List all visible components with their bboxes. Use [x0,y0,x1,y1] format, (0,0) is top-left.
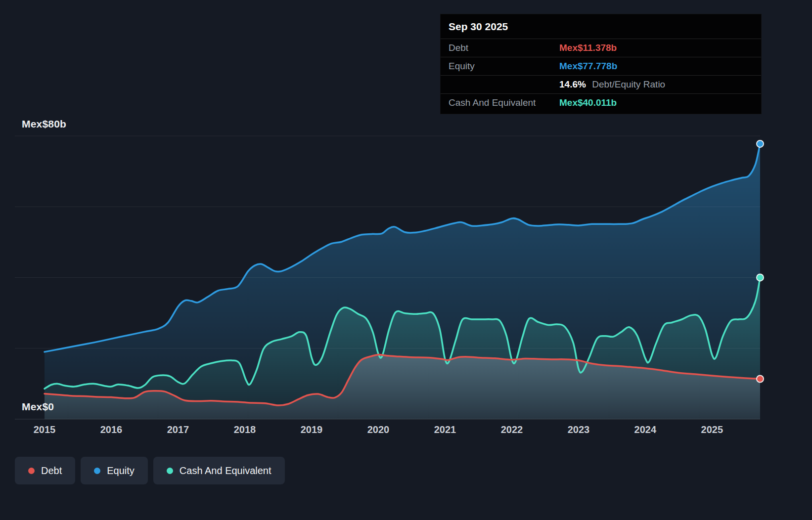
tooltip-ratio: 14.6% Debt/Equity Ratio [559,79,665,90]
x-axis-label: 2024 [634,424,657,435]
legend: Debt Equity Cash And Equivalent [15,457,285,484]
tooltip-date: Sep 30 2025 [441,14,761,39]
equity-legend-dot-icon [94,468,100,474]
tooltip-cash-value: Mex$40.011b [559,97,617,108]
tooltip: Sep 30 2025 Debt Mex$11.378b Equity Mex$… [440,14,762,114]
x-axis-label: 2021 [434,424,456,435]
legend-label-debt: Debt [41,465,62,477]
debt-equity-ratio-value: 14.6% [559,79,586,89]
tooltip-row-equity: Equity Mex$77.778b [441,57,761,76]
tooltip-debt-label: Debt [449,43,559,53]
tooltip-equity-value: Mex$77.778b [559,61,617,72]
tooltip-row-cash: Cash And Equivalent Mex$40.011b [441,94,761,112]
y-axis-label-bottom: Mex$0 [22,401,54,413]
x-axis-label: 2018 [234,424,256,435]
debt-endpoint-marker [757,376,764,383]
legend-item-cash[interactable]: Cash And Equivalent [153,457,285,484]
y-axis-label-top: Mex$80b [22,118,66,130]
legend-label-equity: Equity [107,465,135,477]
balance-sheet-history-chart: Mex$80b Mex$0 20152016201720182019202020… [0,0,812,520]
equity-endpoint-marker [757,140,764,147]
tooltip-row-ratio: 14.6% Debt/Equity Ratio [441,76,761,94]
tooltip-cash-label: Cash And Equivalent [449,97,559,108]
x-axis-label: 2016 [100,424,123,435]
tooltip-row-debt: Debt Mex$11.378b [441,39,761,57]
x-axis-label: 2022 [501,424,523,435]
legend-item-equity[interactable]: Equity [81,457,148,484]
x-axis-label: 2025 [701,424,723,435]
x-axis-label: 2017 [167,424,189,435]
legend-item-debt[interactable]: Debt [15,457,75,484]
cash-legend-dot-icon [167,468,173,474]
tooltip-debt-value: Mex$11.378b [559,43,617,53]
cash-and-equivalent-endpoint-marker [757,274,764,281]
debt-legend-dot-icon [28,468,35,474]
x-axis-label: 2015 [34,424,56,435]
legend-label-cash: Cash And Equivalent [180,465,271,477]
x-axis-label: 2023 [568,424,590,435]
x-axis-label: 2019 [301,424,323,435]
x-axis-label: 2020 [367,424,390,435]
x-axis: 2015201620172018201920202021202220232024… [0,424,812,439]
tooltip-equity-label: Equity [449,61,559,72]
debt-equity-ratio-label: Debt/Equity Ratio [592,79,665,89]
